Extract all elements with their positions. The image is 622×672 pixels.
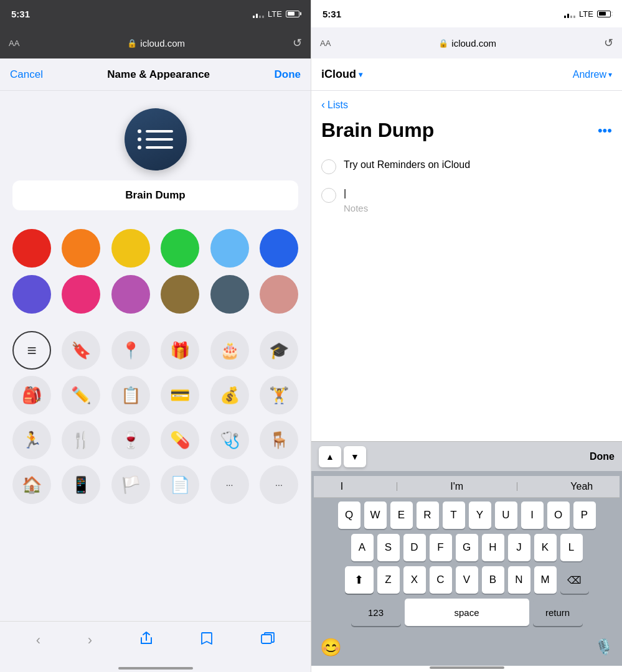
kb-down-button[interactable]: ▼ (344, 446, 366, 467)
right-url-container[interactable]: 🔒 icloud.com (438, 38, 496, 49)
key-x[interactable]: X (403, 566, 426, 594)
key-m[interactable]: M (534, 566, 557, 594)
icon-chair[interactable]: 🪑 (260, 421, 298, 459)
key-t[interactable]: T (443, 502, 465, 529)
reminder-item-1[interactable]: Try out Reminders on iCloud (311, 152, 622, 180)
key-space[interactable]: space (405, 599, 529, 626)
icon-dumbbell[interactable]: 🏋️ (260, 376, 298, 414)
reminder-new-item[interactable]: | Notes (311, 180, 622, 220)
icon-clipboard[interactable]: 📋 (111, 376, 150, 414)
icon-cake[interactable]: 🎂 (210, 331, 249, 370)
icon-food[interactable]: 🍴 (62, 421, 100, 459)
key-r[interactable]: R (417, 502, 439, 529)
color-violet[interactable] (111, 275, 150, 314)
icon-pill[interactable]: 💊 (161, 421, 199, 459)
key-d[interactable]: D (403, 534, 426, 561)
icon-flag[interactable]: 🏳️ (111, 465, 150, 504)
key-q[interactable]: Q (338, 502, 360, 529)
key-v[interactable]: V (456, 566, 478, 594)
key-g[interactable]: G (456, 534, 478, 561)
icon-graduation[interactable]: 🎓 (260, 331, 298, 370)
key-l[interactable]: L (560, 534, 583, 561)
color-light-blue[interactable] (210, 229, 249, 268)
key-return[interactable]: return (533, 599, 583, 626)
suggestion-2[interactable]: I'm (450, 481, 463, 492)
icon-bookmark[interactable]: 🔖 (62, 331, 100, 370)
key-n[interactable]: N (508, 566, 530, 594)
right-address-bar[interactable]: AA 🔒 icloud.com ↺ (311, 27, 622, 58)
right-refresh-icon[interactable]: ↺ (604, 36, 613, 50)
key-h[interactable]: H (482, 534, 504, 561)
icon-list[interactable]: ≡ (12, 331, 51, 370)
reminder-checkbox-new[interactable] (321, 188, 336, 203)
user-menu[interactable]: Andrew ▾ (573, 69, 612, 80)
icon-document[interactable]: 📄 (161, 465, 199, 504)
icloud-title-group[interactable]: iCloud ▾ (321, 68, 362, 81)
color-slate[interactable] (210, 275, 249, 314)
icon-phone[interactable]: 📱 (62, 465, 100, 504)
key-f[interactable]: F (430, 534, 452, 561)
icon-money[interactable]: 💰 (210, 376, 249, 414)
suggestion-1[interactable]: I (341, 481, 343, 492)
key-numbers[interactable]: 123 (351, 599, 401, 626)
kb-up-button[interactable]: ▲ (319, 446, 341, 467)
reminder-checkbox-1[interactable] (321, 159, 336, 174)
icon-credit-card[interactable]: 💳 (161, 376, 199, 414)
color-red[interactable] (12, 229, 51, 268)
icon-backpack[interactable]: 🎒 (12, 376, 51, 414)
back-nav[interactable]: ‹ Lists (311, 91, 622, 116)
tabs-button[interactable] (261, 632, 275, 649)
icon-run[interactable]: 🏃 (12, 421, 51, 459)
key-shift[interactable]: ⬆ (345, 566, 374, 594)
key-u[interactable]: U (495, 502, 517, 529)
key-s[interactable]: S (377, 534, 400, 561)
icon-pencil[interactable]: ✏️ (62, 376, 100, 414)
key-delete[interactable]: ⌫ (560, 566, 589, 594)
key-e[interactable]: E (390, 502, 413, 529)
emoji-key[interactable]: 😊 (320, 637, 342, 658)
color-orange[interactable] (62, 229, 100, 268)
color-blue[interactable] (260, 229, 298, 268)
key-i[interactable]: I (521, 502, 544, 529)
left-refresh-icon[interactable]: ↺ (293, 36, 302, 50)
left-url-container[interactable]: 🔒 icloud.com (127, 38, 185, 49)
icon-gift[interactable]: 🎁 (161, 331, 199, 370)
cancel-button[interactable]: Cancel (10, 68, 43, 81)
list-icon-circle[interactable] (125, 108, 187, 170)
more-options-button[interactable]: ••• (598, 123, 612, 139)
color-yellow[interactable] (111, 229, 150, 268)
key-w[interactable]: W (364, 502, 387, 529)
color-brown[interactable] (161, 275, 199, 314)
key-b[interactable]: B (482, 566, 504, 594)
key-o[interactable]: O (547, 502, 570, 529)
list-name-input[interactable]: Brain Dump (12, 180, 298, 210)
icon-extra1[interactable]: ··· (210, 465, 249, 504)
suggestion-3[interactable]: Yeah (570, 481, 593, 492)
key-k[interactable]: K (534, 534, 557, 561)
color-rose[interactable] (260, 275, 298, 314)
icon-wine[interactable]: 🍷 (111, 421, 150, 459)
back-button[interactable]: ‹ (36, 632, 40, 648)
key-p[interactable]: P (573, 502, 596, 529)
key-c[interactable]: C (430, 566, 452, 594)
icon-stethoscope[interactable]: 🩺 (210, 421, 249, 459)
color-green[interactable] (161, 229, 199, 268)
color-pink[interactable] (62, 275, 100, 314)
left-home-indicator (0, 667, 311, 672)
kb-done-button[interactable]: Done (590, 451, 615, 462)
key-a[interactable]: A (351, 534, 374, 561)
color-purple[interactable] (12, 275, 51, 314)
share-button[interactable] (139, 632, 153, 649)
icon-pin[interactable]: 📍 (111, 331, 150, 370)
mic-key[interactable]: 🎙️ (595, 638, 613, 656)
icon-extra2[interactable]: ··· (260, 465, 298, 504)
key-y[interactable]: Y (469, 502, 491, 529)
key-z[interactable]: Z (377, 566, 400, 594)
icon-home[interactable]: 🏠 (12, 465, 51, 504)
done-button[interactable]: Done (274, 68, 301, 81)
key-j[interactable]: J (508, 534, 530, 561)
forward-button[interactable]: › (88, 632, 92, 648)
suggestion-divider-1 (397, 482, 397, 491)
bookmarks-button[interactable] (200, 632, 214, 649)
left-address-bar[interactable]: AA 🔒 icloud.com ↺ (0, 27, 311, 58)
